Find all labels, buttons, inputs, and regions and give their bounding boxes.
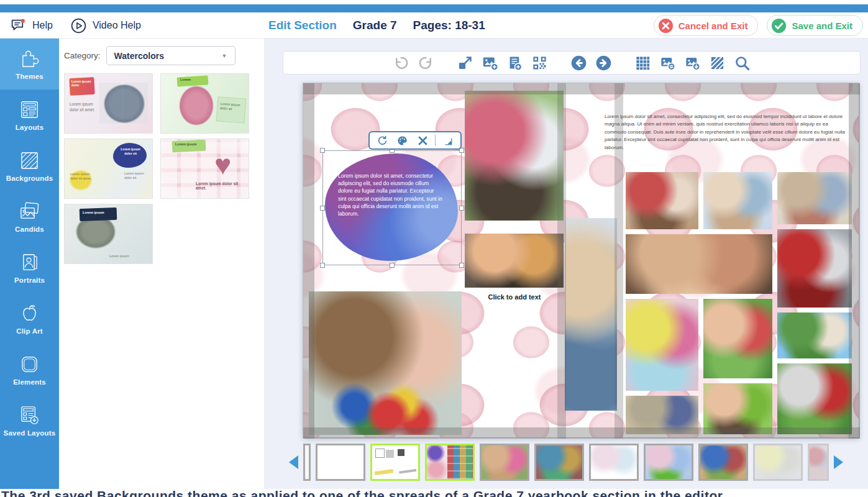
photo-group-with-food[interactable] bbox=[565, 218, 617, 411]
next-page-button[interactable] bbox=[595, 55, 612, 71]
photo-kids-at-table[interactable] bbox=[703, 172, 772, 229]
thumb-text: Lorem ipsum dolor bbox=[71, 80, 94, 88]
page-filmstrip bbox=[289, 442, 843, 482]
resize-icon bbox=[457, 55, 473, 71]
grid-layout-button[interactable] bbox=[634, 55, 651, 71]
edit-background-button[interactable] bbox=[709, 55, 726, 71]
arrow-right-circle-icon bbox=[595, 55, 612, 71]
add-text-button[interactable] bbox=[506, 55, 523, 71]
sidebar-item-candids[interactable]: Candids bbox=[0, 191, 59, 242]
save-and-exit-button[interactable]: Save and Exit bbox=[767, 15, 863, 36]
resize-handle-middle-left[interactable] bbox=[320, 206, 325, 211]
sidebar-item-layouts[interactable]: Layouts bbox=[0, 89, 59, 140]
photo-group-on-hill[interactable] bbox=[777, 312, 852, 358]
filmstrip-next-arrow[interactable] bbox=[834, 455, 843, 469]
check-circle-icon bbox=[771, 18, 787, 34]
sidebar-item-label: Saved Layouts bbox=[4, 429, 56, 437]
resize-handle-bottom-left[interactable] bbox=[320, 263, 325, 268]
play-circle-icon bbox=[70, 17, 87, 34]
selected-element-toolbar bbox=[368, 131, 462, 150]
spread-canvas[interactable]: Lorem ipsum dolor sit amet, consectetur … bbox=[303, 83, 859, 438]
photo-hands-together[interactable] bbox=[626, 234, 772, 294]
help-label: Help bbox=[32, 20, 53, 31]
color-palette-button[interactable] bbox=[395, 133, 411, 148]
photo-football-action[interactable] bbox=[777, 363, 852, 434]
sidebar-item-label: Layouts bbox=[16, 124, 44, 131]
saved-layout-icon bbox=[19, 404, 40, 426]
photo-gym-basketball[interactable] bbox=[626, 396, 698, 434]
click-to-add-text-placeholder[interactable]: Click to add text bbox=[471, 293, 558, 301]
theme-thumb-watercolor-3[interactable]: Lorem ipsum dolor sitLorem ipsum dolor s… bbox=[64, 139, 153, 199]
resize-handle-middle-right[interactable] bbox=[459, 206, 464, 211]
resize-handle-bottom-center[interactable] bbox=[390, 263, 395, 268]
theme-thumb-watercolor-1[interactable]: Lorem ipsum dolorLorem ipsum dolor sit a… bbox=[64, 73, 153, 134]
filmstrip-prev-arrow[interactable] bbox=[289, 455, 298, 469]
page-thumb-6[interactable] bbox=[534, 444, 584, 481]
portrait-card-icon bbox=[19, 252, 40, 273]
swap-image-icon bbox=[659, 55, 676, 71]
resize-page-button[interactable] bbox=[457, 55, 473, 71]
sidebar-item-elements[interactable]: Elements bbox=[0, 344, 59, 395]
page-thumb-5[interactable] bbox=[480, 444, 529, 481]
page-thumb-2[interactable] bbox=[316, 444, 365, 481]
category-select[interactable]: Watercolors ▼ bbox=[106, 46, 235, 65]
header-bar: Help Video Help Edit Section Grade 7 Pag… bbox=[0, 12, 868, 39]
photo-classroom-group[interactable] bbox=[626, 172, 698, 229]
page-thumb-3[interactable] bbox=[370, 444, 420, 481]
video-help-button[interactable]: Video Help bbox=[70, 17, 141, 34]
replace-image-button[interactable] bbox=[659, 55, 676, 71]
resize-corner-button[interactable] bbox=[440, 133, 456, 148]
selected-text-element[interactable]: Lorem ipsum dolor sit amet, consectetur … bbox=[322, 150, 462, 265]
photo-toddlers-group[interactable] bbox=[777, 172, 852, 224]
page-thumb-10[interactable] bbox=[753, 444, 803, 481]
page-thumb-7[interactable] bbox=[589, 444, 639, 481]
magnifier-icon bbox=[734, 55, 751, 71]
sidebar-item-themes[interactable]: Themes bbox=[0, 39, 59, 89]
thumb-text: Lorem ipsum dolor sit bbox=[216, 96, 247, 123]
page-thumb-11[interactable] bbox=[808, 444, 829, 481]
theme-thumb-watercolor-2[interactable]: LoremLorem ipsum dolor sit bbox=[160, 73, 249, 134]
help-button[interactable]: Help bbox=[10, 17, 53, 34]
sidebar-item-saved-layouts[interactable]: Saved Layouts bbox=[0, 395, 59, 446]
preview-button[interactable] bbox=[734, 55, 751, 71]
thumb-text: Lorem ipsum bbox=[175, 142, 197, 146]
qr-code-icon bbox=[531, 55, 548, 71]
undo-button[interactable] bbox=[393, 55, 409, 71]
photo-football-players[interactable] bbox=[777, 229, 852, 308]
sidebar-item-portraits[interactable]: Portraits bbox=[0, 242, 59, 293]
delete-element-button[interactable] bbox=[414, 133, 431, 148]
selected-text-content[interactable]: Lorem ipsum dolor sit amet, consectetur … bbox=[338, 172, 442, 217]
right-page-text-block[interactable]: Lorem ipsum dolor sit amet, consectetur … bbox=[605, 113, 848, 152]
add-image-button[interactable] bbox=[482, 55, 498, 71]
theme-thumb-watercolor-4[interactable]: Lorem ipsumLorem ipsum dolor sit amet. bbox=[160, 139, 249, 199]
page-thumb-1[interactable] bbox=[303, 444, 311, 481]
photo-girls-heads-circle[interactable] bbox=[626, 299, 698, 391]
theme-thumb-watercolor-5[interactable]: Lorem ipsumLorem ipsum bbox=[64, 204, 153, 264]
photos-icon bbox=[19, 201, 40, 222]
top-window-strip bbox=[0, 4, 868, 12]
edit-section-link[interactable]: Edit Section bbox=[268, 19, 337, 32]
rotate-button[interactable] bbox=[374, 133, 390, 148]
photo-shouting-girl[interactable] bbox=[703, 383, 772, 434]
resize-handle-bottom-right[interactable] bbox=[459, 263, 464, 268]
photo-teens-eating-pizza[interactable] bbox=[465, 234, 564, 288]
photo-girl-painted-hands[interactable] bbox=[309, 291, 462, 435]
grade-label: Grade 7 bbox=[353, 19, 397, 32]
photo-teens-with-bikes[interactable] bbox=[465, 91, 564, 221]
cancel-and-exit-button[interactable]: Cancel and Exit bbox=[654, 15, 759, 36]
page-thumb-9[interactable] bbox=[698, 444, 748, 481]
sidebar-item-label: Candids bbox=[15, 226, 44, 233]
import-image-button[interactable] bbox=[684, 55, 701, 71]
redo-icon bbox=[418, 55, 434, 71]
themes-panel: Category: Watercolors ▼ Lorem ipsum dolo… bbox=[59, 39, 264, 490]
page-thumb-8[interactable] bbox=[644, 444, 693, 481]
arrow-left-circle-icon bbox=[570, 55, 587, 71]
resize-handle-top-left[interactable] bbox=[320, 148, 325, 153]
page-thumb-4[interactable] bbox=[425, 444, 475, 481]
qr-code-button[interactable] bbox=[531, 55, 548, 71]
sidebar-item-clip-art[interactable]: Clip Art bbox=[0, 293, 59, 344]
previous-page-button[interactable] bbox=[570, 55, 587, 71]
sidebar-item-backgrounds[interactable]: Backgrounds bbox=[0, 140, 59, 191]
photo-kids-on-grass[interactable] bbox=[703, 299, 772, 378]
redo-button[interactable] bbox=[418, 55, 434, 71]
